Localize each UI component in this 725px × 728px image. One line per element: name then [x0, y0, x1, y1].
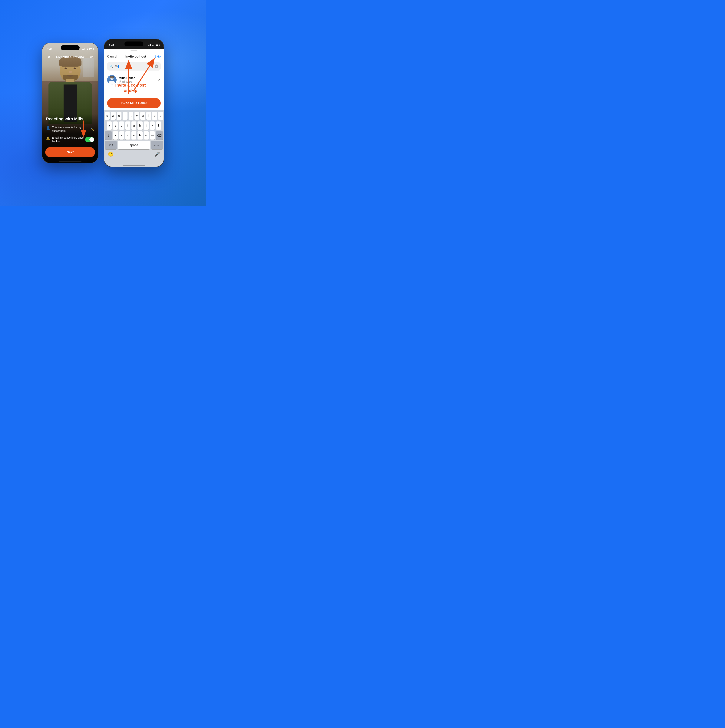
- key-e[interactable]: e: [117, 112, 121, 120]
- key-o[interactable]: o: [152, 112, 157, 120]
- search-bar[interactable]: 🔍 Mi ✕: [107, 62, 161, 70]
- toggle-container: [85, 137, 94, 142]
- next-button[interactable]: Next: [45, 147, 95, 157]
- dynamic-island-2: [124, 41, 143, 46]
- key-y[interactable]: y: [135, 112, 139, 120]
- email-text: Email my subscribers once I'm live: [52, 136, 85, 143]
- battery-fill-1: [90, 48, 92, 49]
- text-cursor: [118, 65, 119, 68]
- key-f[interactable]: f: [125, 121, 130, 130]
- down-arrow-annotation: [79, 119, 88, 136]
- key-i[interactable]: i: [146, 112, 151, 120]
- skip-button[interactable]: Skip: [154, 55, 161, 58]
- mic-icon[interactable]: 🎤: [154, 151, 160, 157]
- key-b[interactable]: b: [138, 131, 142, 139]
- top-bar-1: ✕ Live video preview ⟳: [42, 52, 98, 61]
- key-q[interactable]: q: [105, 112, 110, 120]
- time-display-2: 9:41: [109, 44, 114, 47]
- search-input[interactable]: Mi: [115, 64, 153, 68]
- phone-1-screen: 9:41 ▲ ✕: [42, 43, 98, 163]
- edit-icon[interactable]: ✏️: [90, 127, 94, 131]
- keyboard-row-2: a s d f g h j k l: [105, 121, 163, 130]
- live-stream-title: Reacting with Mills: [42, 116, 98, 124]
- close-icon: ✕: [47, 55, 51, 59]
- key-l[interactable]: l: [156, 121, 161, 130]
- key-g[interactable]: g: [132, 121, 136, 130]
- battery-icon-2: [155, 44, 159, 46]
- status-icons-1: ▲: [83, 47, 93, 50]
- emoji-icon[interactable]: 🙂: [108, 151, 113, 157]
- return-key[interactable]: return: [151, 141, 163, 149]
- key-a[interactable]: a: [107, 121, 112, 130]
- email-info-left: 🔔 Email my subscribers once I'm live: [46, 136, 85, 143]
- subscriber-row: 👤 This live stream is for my subscribers…: [42, 124, 98, 135]
- delete-key[interactable]: ⌫: [156, 131, 163, 139]
- camera-icon: ⟳: [90, 55, 93, 59]
- key-k[interactable]: k: [150, 121, 155, 130]
- keyboard-extras: 🙂 🎤: [105, 151, 163, 158]
- space-key[interactable]: space: [118, 141, 150, 149]
- key-r[interactable]: r: [122, 112, 127, 120]
- close-button-1[interactable]: ✕: [46, 54, 52, 60]
- key-s[interactable]: s: [113, 121, 118, 130]
- key-t[interactable]: t: [128, 112, 133, 120]
- signal-bar-2-4: [150, 44, 151, 46]
- key-p[interactable]: p: [158, 112, 163, 120]
- key-m[interactable]: m: [150, 131, 155, 139]
- key-n[interactable]: n: [144, 131, 149, 139]
- wifi-icon-1: ▲: [86, 47, 89, 50]
- user-name: Mills Baker: [119, 76, 156, 80]
- phone1-bottom-content: Reacting with Mills 👤 This live stream i…: [42, 116, 98, 163]
- key-c[interactable]: c: [125, 131, 130, 139]
- numbers-key[interactable]: 123: [105, 141, 117, 149]
- key-d[interactable]: d: [119, 121, 124, 130]
- key-w[interactable]: w: [111, 112, 115, 120]
- search-clear-button[interactable]: ✕: [154, 64, 158, 68]
- key-x[interactable]: x: [119, 131, 124, 139]
- status-icons-2: ▲: [148, 44, 159, 46]
- battery-fill-2: [156, 44, 158, 46]
- annotation-text: Invite a co-host or skip: [113, 83, 147, 93]
- status-bar-1: 9:41 ▲: [42, 43, 98, 52]
- keyboard-row-4: 123 space return: [105, 141, 163, 149]
- bell-icon: 🔔: [46, 136, 50, 141]
- status-bar-2: 9:41 ▲: [104, 39, 164, 49]
- invite-button[interactable]: Invite Mills Baker: [107, 98, 161, 108]
- key-j[interactable]: j: [144, 121, 149, 130]
- person-icon: 👤: [46, 126, 50, 130]
- battery-icon-1: [89, 48, 93, 50]
- home-indicator-2: [122, 165, 145, 165]
- key-u[interactable]: u: [140, 112, 145, 120]
- cancel-button[interactable]: Cancel: [107, 55, 117, 58]
- keyboard-row-1: q w e r t y u i o p: [105, 112, 163, 120]
- time-display-1: 9:41: [47, 47, 52, 50]
- dynamic-island-1: [61, 45, 80, 50]
- toggle-knob: [89, 137, 94, 142]
- user-info: Mills Baker @millsbaker: [119, 76, 156, 83]
- key-z[interactable]: z: [113, 131, 118, 139]
- signal-bars-1: [83, 48, 85, 50]
- email-toggle[interactable]: [85, 137, 94, 142]
- camera-flip-button[interactable]: ⟳: [88, 54, 94, 60]
- wifi-icon-2: ▲: [152, 44, 154, 46]
- signal-bar-3: [84, 48, 84, 50]
- phone-2-screen: 9:41 ▲ Ca: [104, 39, 164, 167]
- signal-bar-4: [85, 48, 85, 50]
- nav-separator: [104, 61, 164, 61]
- keyboard-row-3: ⇧ z x c v b n m ⌫: [105, 131, 163, 139]
- signal-bars-2: [148, 44, 151, 46]
- annotation-line1: Invite a co-host: [113, 83, 147, 88]
- key-v[interactable]: v: [132, 131, 136, 139]
- phone-2: 9:41 ▲ Ca: [104, 39, 164, 167]
- annotation-line2: or skip: [113, 88, 147, 93]
- phone-1: 9:41 ▲ ✕: [42, 43, 98, 163]
- signal-bar-1: [83, 49, 83, 50]
- shift-key[interactable]: ⇧: [105, 131, 112, 139]
- nav-title-2: Invite co-host: [125, 55, 146, 58]
- email-row: 🔔 Email my subscribers once I'm live: [42, 135, 98, 145]
- screen-title-1: Live video preview: [56, 55, 84, 59]
- search-icon: 🔍: [109, 65, 113, 68]
- key-h[interactable]: h: [138, 121, 142, 130]
- sheet-handle: [130, 50, 137, 50]
- select-checkmark[interactable]: ✓: [158, 78, 161, 82]
